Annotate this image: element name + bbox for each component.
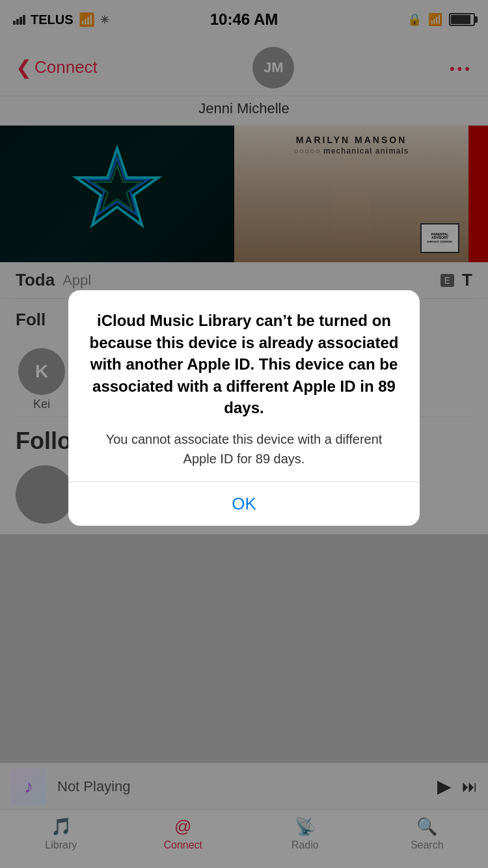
modal-body: You cannot associate this device with a …	[88, 429, 400, 468]
modal-title: iCloud Music Library can’t be turned on …	[88, 310, 400, 419]
modal-ok-button[interactable]: OK	[68, 482, 420, 526]
modal-dialog: iCloud Music Library can’t be turned on …	[68, 290, 420, 526]
modal-content: iCloud Music Library can’t be turned on …	[68, 290, 420, 481]
modal-overlay: iCloud Music Library can’t be turned on …	[0, 0, 488, 868]
